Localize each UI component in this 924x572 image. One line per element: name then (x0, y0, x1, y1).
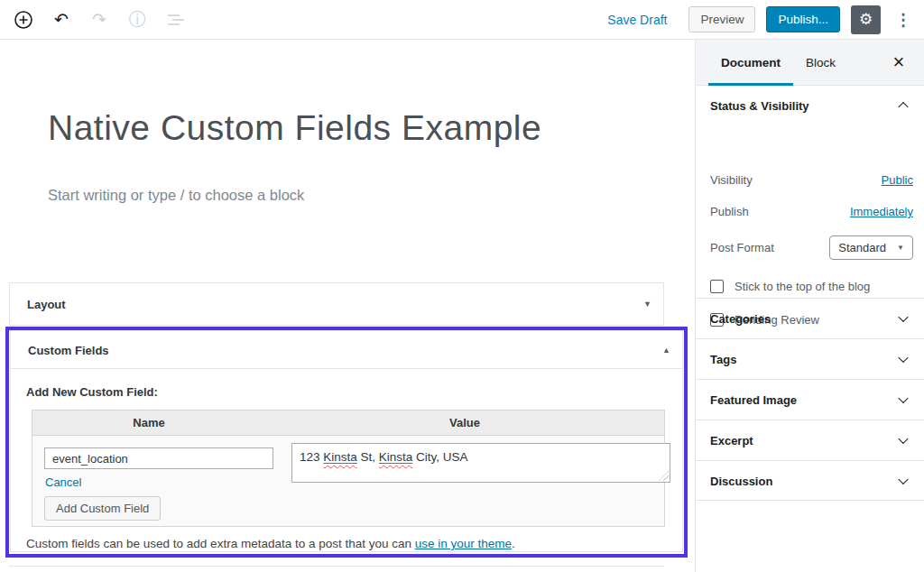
content-info-button[interactable]: ⓘ (123, 5, 152, 34)
excerpt-title: Excerpt (710, 434, 753, 447)
editor-canvas: Native Custom Fields Example Start writi… (0, 40, 695, 572)
status-visibility-title: Status & Visibility (710, 99, 809, 113)
featured-image-title: Featured Image (710, 393, 797, 407)
visibility-label: Visibility (710, 173, 753, 187)
post-format-row: Post Format Standard ▼ (710, 235, 913, 260)
sidebar-section-categories[interactable]: Categories (696, 298, 924, 338)
chevron-down-icon (898, 312, 908, 322)
plus-circle-icon (13, 9, 34, 31)
status-visibility-header[interactable]: Status & Visibility (696, 86, 924, 125)
chevron-down-icon (898, 393, 908, 403)
publish-value-link[interactable]: Immediately (850, 205, 913, 218)
value-column-header: Value (265, 411, 664, 435)
undo-icon: ↶ (54, 11, 69, 28)
sidebar-section-discussion[interactable]: Discussion (696, 460, 924, 501)
info-icon: ⓘ (129, 11, 146, 28)
sticky-checkbox-row[interactable]: Stick to the top of the blog (710, 280, 870, 293)
publish-label: Publish (710, 205, 749, 218)
post-format-selected-value: Standard (838, 241, 886, 254)
close-sidebar-button[interactable]: × (882, 40, 915, 85)
sidebar-tabs: Document Block × (696, 40, 924, 86)
block-navigation-button[interactable] (161, 5, 189, 34)
value-text: 123 (300, 450, 323, 464)
value-text: City, USA (412, 450, 467, 464)
editor-toolbar: ↶ ↷ ⓘ Save Draft Preview Publish... ⚙ ⋮ (0, 0, 924, 40)
chevron-down-icon (898, 434, 908, 444)
more-tools-button[interactable]: ⋮ (892, 10, 915, 30)
gear-icon: ⚙ (859, 12, 873, 27)
block-appender-placeholder[interactable]: Start writing or type / to choose a bloc… (48, 187, 304, 204)
value-text: St, (357, 450, 379, 464)
visibility-row: Visibility Public (710, 173, 913, 187)
redo-icon: ↷ (92, 11, 106, 28)
undo-button[interactable]: ↶ (47, 5, 76, 34)
chevron-down-icon (898, 474, 908, 484)
publish-row: Publish Immediately (710, 205, 913, 218)
sidebar-section-excerpt[interactable]: Excerpt (696, 420, 924, 460)
misspelled-word: Kinsta (379, 450, 413, 464)
visibility-value-link[interactable]: Public (882, 173, 913, 187)
categories-title: Categories (710, 312, 771, 326)
add-custom-field-button[interactable]: Add Custom Field (44, 496, 161, 521)
settings-sidebar: Document Block × Status & Visibility Vis… (695, 40, 924, 572)
settings-toggle-button[interactable]: ⚙ (851, 5, 881, 34)
preview-button[interactable]: Preview (688, 6, 755, 32)
tags-title: Tags (710, 353, 736, 366)
custom-fields-metabox: Custom Fields ▲ Add New Custom Field: Na… (10, 330, 683, 552)
publish-button[interactable]: Publish... (766, 6, 840, 32)
next-metabox-border (9, 566, 664, 567)
tab-document[interactable]: Document (708, 40, 793, 85)
custom-fields-help-text: Custom fields can be used to add extra m… (26, 537, 515, 550)
custom-fields-table: Name Value 123 Kinsta St, Kinsta City, U… (32, 410, 665, 527)
custom-fields-table-header: Name Value (32, 411, 664, 436)
chevron-down-icon (898, 353, 908, 363)
use-in-your-theme-link[interactable]: use in your theme (415, 537, 512, 550)
textarea-resize-handle[interactable] (659, 471, 669, 481)
sidebar-section-featured-image[interactable]: Featured Image (696, 379, 924, 420)
tab-block[interactable]: Block (793, 40, 848, 85)
add-new-custom-field-label: Add New Custom Field: (26, 385, 158, 399)
content-structure-icon (165, 11, 185, 29)
custom-field-name-input[interactable] (44, 447, 273, 469)
layout-metabox-title: Layout (27, 298, 66, 311)
discussion-title: Discussion (710, 474, 772, 487)
custom-fields-title: Custom Fields (28, 343, 109, 356)
chevron-up-icon (898, 102, 908, 112)
post-title-input[interactable]: Native Custom Fields Example (48, 108, 541, 148)
name-column-header: Name (32, 411, 265, 435)
misspelled-word: Kinsta (323, 450, 357, 464)
redo-button[interactable]: ↷ (85, 5, 114, 34)
post-format-label: Post Format (710, 241, 774, 254)
checkbox-unchecked[interactable] (710, 280, 724, 293)
save-draft-button[interactable]: Save Draft (607, 13, 667, 27)
custom-fields-header[interactable]: Custom Fields ▲ (11, 331, 682, 369)
post-format-select[interactable]: Standard ▼ (829, 235, 913, 260)
custom-field-value-textarea[interactable]: 123 Kinsta St, Kinsta City, USA (291, 443, 670, 483)
layout-metabox[interactable]: Layout ▼ (9, 282, 664, 326)
block-inserter-button[interactable] (9, 5, 38, 34)
triangle-down-icon[interactable]: ▼ (643, 300, 651, 309)
triangle-up-icon[interactable]: ▲ (662, 346, 670, 355)
gutenberg-editor: ↶ ↷ ⓘ Save Draft Preview Publish... ⚙ ⋮ (0, 0, 924, 572)
status-visibility-panel: Status & Visibility Visibility Public Pu… (696, 86, 924, 298)
select-caret-icon: ▼ (897, 244, 904, 252)
sticky-checkbox-label: Stick to the top of the blog (735, 280, 870, 293)
sidebar-section-tags[interactable]: Tags (696, 338, 924, 379)
cancel-link[interactable]: Cancel (45, 475, 81, 489)
